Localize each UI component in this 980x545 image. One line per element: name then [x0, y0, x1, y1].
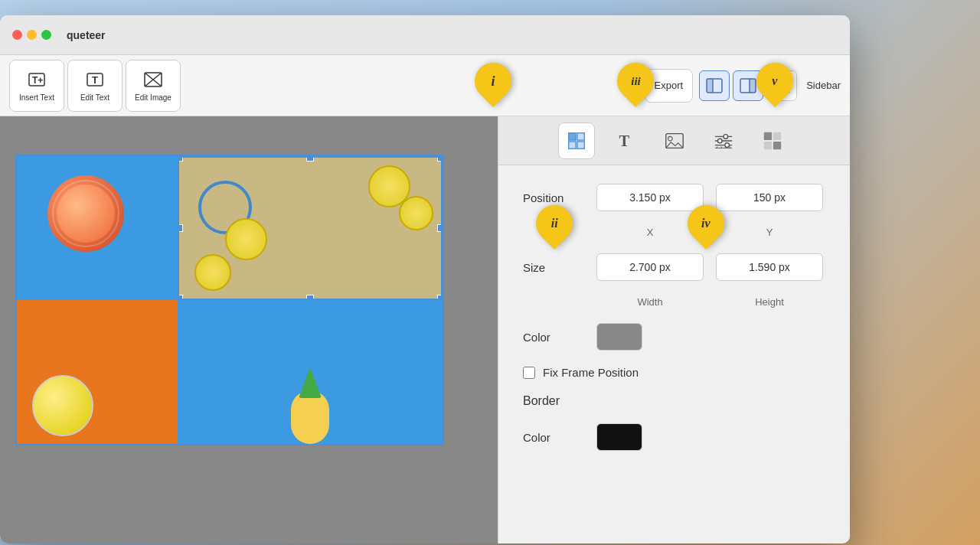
layers-icon-button[interactable] [558, 122, 595, 159]
sliders-panel-icon [713, 130, 734, 152]
svg-rect-38 [763, 141, 771, 148]
border-color-swatch[interactable] [596, 423, 642, 451]
position-y-label: Y [716, 227, 823, 238]
text-icon-button[interactable]: T [607, 122, 644, 159]
edit-text-button[interactable]: T Edit Text [67, 60, 122, 112]
svg-rect-37 [773, 132, 780, 139]
svg-text:T+: T+ [32, 75, 43, 86]
annotation-iii: iii [617, 63, 654, 100]
position-y-input[interactable] [716, 184, 823, 211]
canvas-area[interactable] [0, 116, 498, 543]
size-height-input[interactable] [716, 253, 823, 281]
svg-rect-39 [773, 141, 780, 148]
svg-point-24 [668, 136, 672, 141]
annotation-ii: ii [536, 205, 573, 242]
size-width-label: Width [596, 296, 704, 308]
svg-rect-15 [577, 132, 583, 139]
size-height-label: Height [716, 296, 823, 308]
border-color-label: Color [523, 431, 584, 444]
annotation-v: v [756, 63, 793, 100]
sidebar-text-label: Sidebar [806, 80, 841, 91]
svg-rect-17 [577, 141, 583, 148]
lemon-2 [399, 196, 433, 230]
image-panel-icon [664, 130, 685, 152]
title-bar: queteer [0, 15, 850, 55]
border-header: Border [523, 394, 560, 407]
pineapple [287, 367, 333, 444]
cell-3[interactable] [17, 300, 178, 444]
lemon-3 [225, 218, 267, 260]
orange-bottom [32, 375, 93, 436]
color-row: Color [523, 323, 825, 351]
image-icon-button[interactable] [656, 122, 693, 159]
edit-image-label: Edit Image [135, 93, 172, 103]
fix-frame-checkbox[interactable] [523, 367, 535, 379]
border-section: Border [523, 394, 825, 408]
app-window: queteer T+ Insert Text T Edit Text [0, 15, 850, 543]
svg-text:T: T [92, 74, 98, 86]
svg-rect-8 [707, 79, 713, 93]
app-title: queteer [67, 29, 106, 41]
position-label: Position [523, 191, 584, 204]
minimize-button[interactable] [27, 30, 37, 40]
edit-image-button[interactable]: Edit Image [126, 60, 181, 112]
size-row: Size [523, 253, 825, 281]
panel-icon-row: T [498, 116, 850, 165]
size-width-input[interactable] [596, 253, 704, 281]
fix-frame-label: Fix Frame Position [543, 366, 639, 379]
collage-grid [17, 156, 443, 444]
collage-canvas [15, 155, 444, 445]
grapefruit [47, 175, 124, 252]
annotation-iv: iv [688, 205, 724, 242]
svg-rect-11 [750, 79, 756, 93]
text-panel-icon: T [615, 130, 636, 152]
toolbar: T+ Insert Text T Edit Text Edit Image Ex [0, 55, 850, 116]
svg-rect-36 [763, 132, 771, 139]
edit-image-icon [142, 69, 164, 90]
fix-frame-row: Fix Frame Position [523, 366, 825, 379]
sidebar-left-icon [705, 77, 724, 95]
edit-text-icon: T [84, 69, 106, 90]
annotation-i: i [475, 63, 511, 100]
grid-icon-button[interactable] [754, 122, 791, 159]
edit-text-label: Edit Text [80, 93, 109, 103]
color-swatch[interactable] [596, 323, 642, 351]
insert-text-label: Insert Text [19, 93, 54, 103]
toolbar-right: Export [645, 69, 841, 103]
color-label: Color [523, 331, 584, 344]
sidebar-right-icon [739, 77, 757, 95]
cell-2-selected[interactable] [178, 156, 443, 300]
right-panel: T [498, 116, 850, 543]
svg-text:T: T [619, 132, 629, 149]
cell-1[interactable] [17, 156, 178, 300]
svg-point-29 [717, 139, 722, 143]
export-label: Export [655, 80, 684, 91]
maximize-button[interactable] [41, 30, 51, 40]
grid-panel-icon [762, 130, 783, 152]
insert-text-button[interactable]: T+ Insert Text [9, 60, 64, 112]
sidebar-left-button[interactable] [699, 70, 730, 101]
lemon-4 [194, 254, 231, 291]
close-button[interactable] [12, 30, 22, 40]
cell-4[interactable] [178, 300, 443, 444]
insert-text-icon: T+ [26, 69, 47, 90]
sliders-icon-button[interactable] [705, 122, 742, 159]
svg-rect-16 [568, 141, 575, 148]
main-content: T [0, 116, 850, 543]
svg-point-28 [724, 134, 728, 139]
svg-rect-14 [568, 132, 575, 139]
size-sublabels: Width Height [596, 296, 825, 308]
layers-icon [566, 130, 587, 152]
border-color-row: Color [523, 423, 825, 451]
size-label: Size [523, 261, 584, 274]
